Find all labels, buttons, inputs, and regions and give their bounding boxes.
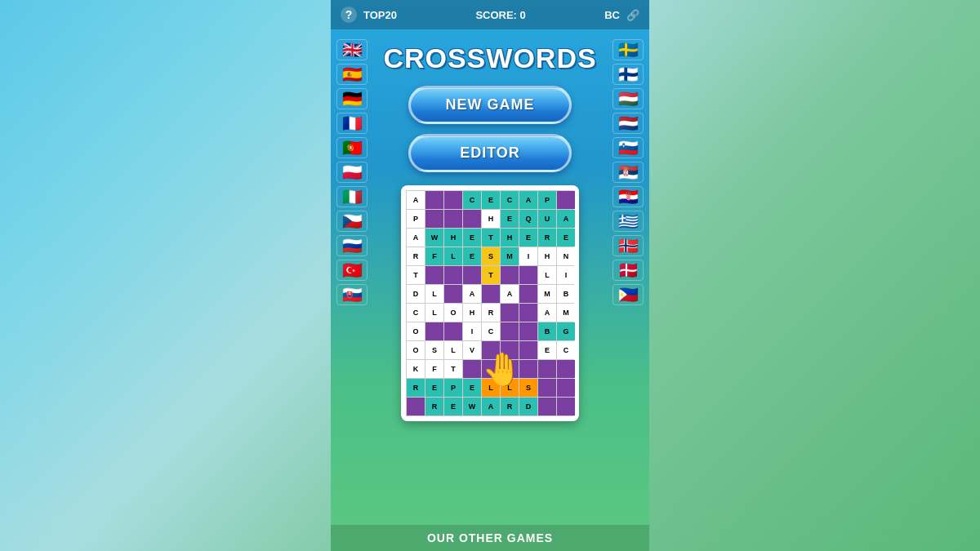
cell-r8c9: G (557, 322, 575, 340)
cell-r4c7: I (519, 247, 537, 265)
cell-r9c6 (501, 341, 519, 359)
top20-label[interactable]: TOP20 (363, 9, 397, 21)
flag-hu[interactable]: 🇭🇺 (612, 88, 644, 109)
flag-it[interactable]: 🇮🇹 (336, 186, 368, 207)
cell-r5c6 (501, 266, 519, 284)
main-content: 🇬🇧 🇪🇸 🇩🇪 🇫🇷 🇵🇹 🇵🇱 🇮🇹 🇨🇿 🇷🇺 🇹🇷 🇸🇰 CROSSWO… (331, 29, 649, 525)
cell-r7c2: L (425, 304, 443, 322)
cell-r11c5: L (482, 379, 500, 397)
cell-r6c3 (444, 285, 462, 303)
cell-r8c1: O (407, 322, 425, 340)
cell-r4c5: S (482, 247, 500, 265)
cell-r8c2 (425, 322, 443, 340)
center-area: CROSSWORDS NEW GAME EDITOR A C E C A P (373, 36, 607, 518)
cell-r11c9 (557, 379, 575, 397)
cell-r11c7: S (519, 379, 537, 397)
flag-pl[interactable]: 🇵🇱 (336, 162, 368, 183)
flag-se[interactable]: 🇸🇪 (612, 39, 644, 60)
cell-r2c8: U (538, 210, 556, 228)
cell-r9c5 (482, 341, 500, 359)
flag-fr[interactable]: 🇫🇷 (336, 113, 368, 134)
cell-r1c8: P (538, 191, 556, 209)
cell-r2c5: H (482, 210, 500, 228)
flag-fi[interactable]: 🇫🇮 (612, 64, 644, 85)
cell-r6c8: M (538, 285, 556, 303)
cell-r12c6: R (501, 398, 519, 415)
flag-cz[interactable]: 🇨🇿 (336, 211, 368, 232)
cell-r4c1: R (407, 247, 425, 265)
cell-r12c5: A (482, 398, 500, 415)
cell-r12c8 (538, 398, 556, 415)
cell-r3c9: E (557, 229, 575, 247)
flag-de[interactable]: 🇩🇪 (336, 88, 368, 109)
cell-r7c9: M (557, 304, 575, 322)
cell-r10c6 (501, 360, 519, 378)
cell-r8c8: B (538, 322, 556, 340)
share-icon[interactable]: 🔗 (626, 9, 639, 21)
flag-tr[interactable]: 🇹🇷 (336, 260, 368, 281)
cell-r10c8 (538, 360, 556, 378)
cell-r5c2 (425, 266, 443, 284)
cell-r9c1: O (407, 341, 425, 359)
flag-hr[interactable]: 🇭🇷 (612, 186, 644, 207)
top-bar: ? TOP20 SCORE: 0 BC 🔗 (331, 0, 649, 29)
flag-ph[interactable]: 🇵🇭 (612, 284, 644, 305)
cell-r4c3: L (444, 247, 462, 265)
phone-screen: ? TOP20 SCORE: 0 BC 🔗 🇬🇧 🇪🇸 🇩🇪 🇫🇷 🇵🇹 🇵🇱 … (331, 0, 649, 551)
cell-r7c8: A (538, 304, 556, 322)
cell-r10c5 (482, 360, 500, 378)
new-game-button[interactable]: NEW GAME (408, 86, 572, 124)
cell-r11c4: E (463, 379, 481, 397)
editor-button[interactable]: EDITOR (408, 134, 572, 172)
cell-r12c9 (557, 398, 575, 415)
flag-si[interactable]: 🇸🇮 (612, 137, 644, 158)
cell-r4c9: N (557, 247, 575, 265)
cell-r4c6: M (501, 247, 519, 265)
cell-r10c7 (519, 360, 537, 378)
cell-r9c8: E (538, 341, 556, 359)
left-flags: 🇬🇧 🇪🇸 🇩🇪 🇫🇷 🇵🇹 🇵🇱 🇮🇹 🇨🇿 🇷🇺 🇹🇷 🇸🇰 (331, 36, 373, 518)
cell-r1c6: C (501, 191, 519, 209)
cell-r11c6: L (501, 379, 519, 397)
cell-r3c4: E (463, 229, 481, 247)
cell-r3c3: H (444, 229, 462, 247)
flag-sk[interactable]: 🇸🇰 (336, 284, 368, 305)
flag-no[interactable]: 🇳🇴 (612, 235, 644, 256)
help-button[interactable]: ? (341, 7, 357, 23)
cell-r10c1: K (407, 360, 425, 378)
cell-r2c4 (463, 210, 481, 228)
cell-r5c9: I (557, 266, 575, 284)
cell-r6c7 (519, 285, 537, 303)
cell-r9c7 (519, 341, 537, 359)
flag-nl[interactable]: 🇳🇱 (612, 113, 644, 134)
cell-r11c8 (538, 379, 556, 397)
game-title: CROSSWORDS (383, 42, 596, 74)
cell-r12c4: W (463, 398, 481, 415)
cell-r1c1: A (407, 191, 425, 209)
cell-r5c1: T (407, 266, 425, 284)
bottom-bar[interactable]: OUR OTHER GAMES (331, 525, 649, 551)
cell-r5c8: L (538, 266, 556, 284)
cell-r6c6: A (501, 285, 519, 303)
flag-rs[interactable]: 🇷🇸 (612, 162, 644, 183)
flag-es[interactable]: 🇪🇸 (336, 64, 368, 85)
cell-r2c7: Q (519, 210, 537, 228)
flag-gr[interactable]: 🇬🇷 (612, 211, 644, 232)
cell-r1c9 (557, 191, 575, 209)
flag-gb[interactable]: 🇬🇧 (336, 39, 368, 60)
flag-dk[interactable]: 🇩🇰 (612, 260, 644, 281)
cell-r2c9: A (557, 210, 575, 228)
crossword-preview: A C E C A P P H E Q U (401, 185, 579, 421)
cell-r6c5 (482, 285, 500, 303)
score-label: SCORE: 0 (475, 9, 525, 21)
flag-ru[interactable]: 🇷🇺 (336, 235, 368, 256)
cell-r10c2: F (425, 360, 443, 378)
cell-r6c1: D (407, 285, 425, 303)
cell-r12c2: R (425, 398, 443, 415)
cell-r8c5: C (482, 322, 500, 340)
flag-pt[interactable]: 🇵🇹 (336, 137, 368, 158)
cell-r7c6 (501, 304, 519, 322)
cell-r9c9: C (557, 341, 575, 359)
cell-r9c2: S (425, 341, 443, 359)
bc-label: BC (604, 9, 620, 21)
